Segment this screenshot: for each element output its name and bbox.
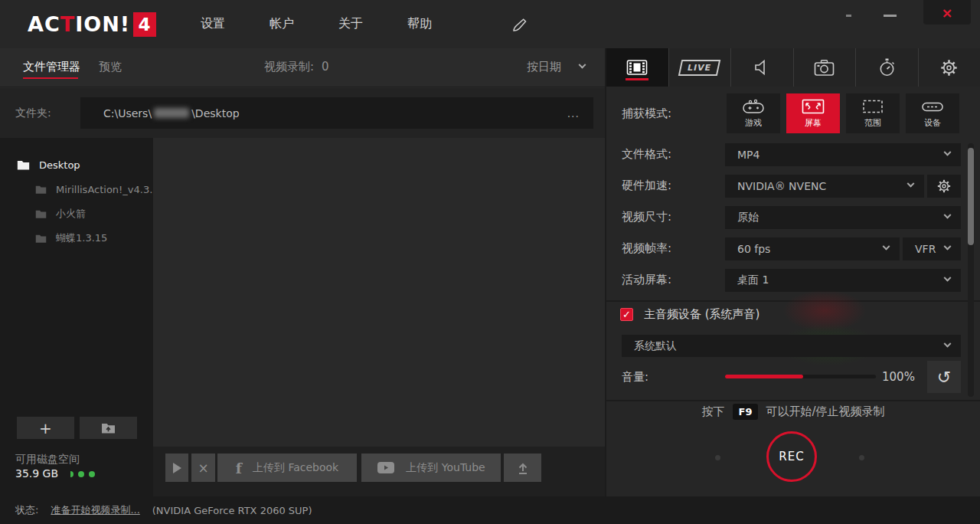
recordings-count: 0	[322, 60, 329, 74]
tab-video-recording[interactable]	[606, 48, 669, 87]
tree-item-folder[interactable]: MirillisAction!_v4.3.1...	[0, 177, 153, 201]
setting-row-hardware-accel: 硬件加速: NVIDIA® NVENC	[606, 173, 980, 205]
capture-mode-screen[interactable]: 屏幕	[786, 93, 840, 133]
chevron-down-icon	[579, 61, 586, 69]
menu-item-settings[interactable]: 设置	[201, 16, 225, 32]
vfr-dropdown[interactable]: VFR	[903, 237, 961, 260]
stopwatch-icon	[877, 57, 897, 77]
folder-tree: Desktop MirillisAction!_v4.3.1... 小火箭 蝴蝶…	[0, 138, 153, 496]
redacted-username	[154, 108, 189, 118]
capture-mode-game[interactable]: 游戏	[727, 93, 780, 133]
capture-mode-label: 捕获模式:	[622, 106, 671, 121]
primary-audio-label: 主音频设备 (系统声音)	[644, 307, 760, 322]
close-button[interactable]: ×	[923, 0, 971, 25]
upload-button[interactable]	[504, 454, 541, 482]
rec-button[interactable]: REC	[766, 431, 817, 482]
sort-label: 按日期	[527, 60, 561, 74]
volume-reset-button[interactable]: ↺	[927, 361, 961, 393]
open-folder-button[interactable]	[80, 417, 137, 439]
file-manager-header: 文件管理器 预览 视频录制: 0 按日期	[0, 48, 605, 87]
delete-icon: ×	[198, 460, 208, 476]
folder-icon	[17, 159, 30, 171]
active-screen-dropdown[interactable]: 桌面 1	[725, 269, 961, 292]
folder-label: 文件夹:	[15, 106, 51, 120]
hotkey-hint: 按下 F9 可以开始/停止视频录制	[606, 404, 980, 420]
tab-screenshot[interactable]	[794, 48, 857, 87]
tree-item-folder[interactable]: 小火箭	[0, 201, 153, 226]
framerate-dropdown[interactable]: 60 fps	[725, 237, 900, 260]
primary-audio-checkbox[interactable]: ✓	[620, 308, 633, 321]
recordings-list-area: × f 上传到 Facebook 上传到 YouTube	[153, 138, 605, 496]
region-icon	[860, 98, 886, 115]
folder-up-icon	[101, 422, 116, 434]
audio-device-dropdown[interactable]: 系统默认	[622, 335, 961, 357]
add-folder-button[interactable]: +	[17, 417, 74, 439]
setting-row-file-format: 文件格式: MP4	[606, 142, 980, 173]
disk-space-value: 35.9 GB	[15, 467, 58, 481]
upload-icon	[515, 460, 531, 476]
volume-label: 音量:	[622, 370, 648, 385]
tab-audio-recording[interactable]	[731, 48, 794, 87]
tab-file-manager[interactable]: 文件管理器	[23, 60, 80, 74]
chevron-down-icon	[944, 274, 952, 282]
tree-item-folder[interactable]: 蝴蝶1.3.15	[0, 226, 153, 251]
disk-indicator-dot	[70, 471, 74, 477]
menu-item-help[interactable]: 帮助	[407, 16, 432, 32]
status-gpu: (NVIDIA GeForce RTX 2060 SUP)	[152, 505, 312, 516]
browse-button[interactable]: ...	[567, 107, 580, 120]
play-button[interactable]	[165, 454, 188, 482]
gear-icon	[936, 178, 952, 194]
tab-live-streaming[interactable]: LIVE	[669, 48, 732, 87]
disk-space-label: 可用磁盘空间	[15, 452, 95, 467]
check-icon: ✓	[622, 308, 631, 321]
capture-mode-region[interactable]: 范围	[846, 93, 900, 133]
capture-mode-device[interactable]: 设备	[906, 93, 959, 133]
tab-benchmark-timer[interactable]	[856, 48, 919, 87]
upload-facebook-button[interactable]: f 上传到 Facebook	[217, 454, 357, 482]
delete-button[interactable]: ×	[191, 454, 215, 482]
encoder-settings-button[interactable]	[927, 175, 961, 198]
volume-slider[interactable]	[725, 375, 876, 378]
tab-preview[interactable]: 预览	[99, 60, 122, 74]
decorative-dot	[859, 455, 864, 460]
setting-row-video-size: 视频尺寸: 原始	[606, 205, 980, 236]
path-suffix: \Desktop	[191, 107, 239, 120]
volume-slider-fill	[725, 375, 803, 378]
folder-icon	[35, 234, 47, 244]
setting-row-active-screen: 活动屏幕: 桌面 1	[606, 267, 980, 299]
recordings-toolbar: × f 上传到 Facebook 上传到 YouTube	[153, 447, 605, 496]
chevron-down-icon	[944, 243, 952, 251]
chevron-down-icon	[883, 243, 890, 251]
hardware-accel-dropdown[interactable]: NVIDIA® NVENC	[725, 175, 924, 198]
scrollbar-thumb[interactable]	[968, 148, 974, 245]
window-controls: ×	[846, 0, 980, 26]
device-icon	[920, 98, 946, 115]
undo-icon: ↺	[937, 368, 951, 387]
chevron-down-icon	[944, 211, 952, 219]
tree-item-desktop[interactable]: Desktop	[0, 152, 153, 177]
video-size-dropdown[interactable]: 原始	[725, 206, 961, 229]
menu-item-account[interactable]: 帐户	[270, 16, 294, 32]
tray-icon[interactable]	[846, 15, 851, 17]
film-icon	[626, 58, 648, 77]
settings-scrollbar[interactable]	[968, 143, 974, 397]
sort-dropdown[interactable]: 按日期	[527, 60, 585, 74]
menu-item-about[interactable]: 关于	[338, 16, 363, 32]
active-tab-underline	[23, 77, 78, 79]
facebook-icon: f	[236, 460, 242, 477]
disk-indicator-dot	[89, 471, 95, 477]
disk-indicator-dot	[78, 471, 84, 477]
folder-path-row: 文件夹: C:\Users\ \Desktop ...	[0, 88, 605, 138]
divider	[606, 400, 980, 401]
chevron-down-icon	[944, 340, 952, 348]
setting-row-framerate: 视频帧率: 60 fps VFR	[606, 236, 980, 267]
minimize-icon[interactable]	[884, 15, 897, 17]
upload-youtube-button[interactable]: 上传到 YouTube	[361, 454, 501, 482]
file-format-dropdown[interactable]: MP4	[725, 143, 961, 166]
folder-path-input[interactable]: C:\Users\ \Desktop ...	[80, 97, 593, 129]
tab-settings[interactable]	[919, 48, 980, 87]
gear-icon	[939, 58, 959, 77]
pen-icon[interactable]	[511, 16, 528, 33]
folder-icon	[35, 185, 47, 195]
speaker-icon	[753, 58, 771, 77]
